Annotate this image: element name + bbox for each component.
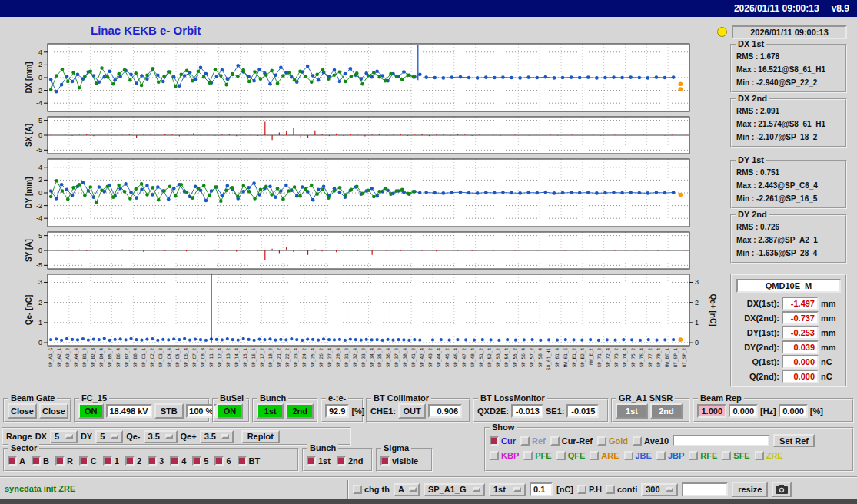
bunch-2nd-button[interactable]: 2nd [286,403,314,419]
show-option-cur-ref[interactable]: Cur-Ref [550,436,593,446]
checkbox[interactable] [606,485,615,494]
checkbox[interactable] [380,456,390,466]
checkbox[interactable] [79,456,88,466]
conti-label: conti [617,485,637,494]
checkbox[interactable] [125,456,135,466]
checkbox[interactable] [556,451,566,460]
checkbox[interactable] [520,436,530,446]
beam-gate-close-button-1[interactable]: Close [8,403,37,419]
checkbox[interactable] [103,456,112,466]
bpm-label: SP_B8_4 [132,348,138,367]
bunch-number-select[interactable]: 1st [489,483,526,496]
checkbox[interactable] [148,456,157,466]
checkbox[interactable] [755,451,764,460]
bunch-1st-button[interactable]: 1st [257,403,284,419]
ref-name-input[interactable] [673,435,769,446]
checkbox[interactable] [337,456,346,466]
show-option-gold[interactable]: Gold [597,436,628,446]
dy-range-select[interactable]: 5 [95,430,123,443]
dx-range-select[interactable]: 5 [50,430,78,443]
busel-on-button[interactable]: ON [217,403,243,419]
checkbox[interactable] [238,456,247,466]
checkbox[interactable] [633,436,642,446]
ph-checkbox[interactable]: P.H [577,485,602,494]
show-option-ave10[interactable]: Ave10 [633,436,669,446]
sector-option-1[interactable]: 1 [103,456,119,466]
checkbox[interactable] [722,451,731,460]
screenshot-button[interactable] [772,482,792,497]
beam-gate-close-button-2[interactable]: Close [39,403,68,419]
show-option-rfe[interactable]: RFE [689,451,717,460]
set-ref-button[interactable]: Set Ref [773,434,815,447]
show-option-kbp[interactable]: KBP [490,451,519,460]
snsr-2nd-button[interactable]: 2nd [650,403,683,419]
checkbox[interactable] [689,451,698,460]
resize-button[interactable]: resize [732,482,768,497]
show-option-jbp[interactable]: JBP [656,451,684,460]
bunch-buttons-label: Bunch [257,393,288,403]
sector-option-r[interactable]: R [55,456,73,466]
checkbox[interactable] [490,451,499,460]
sector-option-2[interactable]: 2 [125,456,141,466]
checkbox[interactable] [490,436,499,446]
sector-option-6[interactable]: 6 [214,456,231,466]
repeat-count-select[interactable]: 300 [641,483,678,496]
show-option-are[interactable]: ARE [590,451,619,460]
checkbox-label: 6 [226,456,231,466]
checkbox[interactable] [577,485,586,494]
checkbox[interactable] [192,456,201,466]
checkbox[interactable] [55,456,65,466]
checkbox[interactable] [523,451,533,460]
sector-option-c[interactable]: C [79,456,97,466]
fc15-stb-button[interactable]: STB [154,403,184,419]
bunch-buttons-group: Bunch 1st 2nd [252,398,318,423]
checkbox-label: Ref [532,436,546,446]
checkbox[interactable] [597,436,606,446]
checkbox[interactable] [307,456,316,466]
svg-text:5: 5 [38,117,42,124]
show-option-cur[interactable]: Cur [490,436,516,446]
show-option-jbe[interactable]: JBE [624,451,652,460]
se1-label: SE1: [546,406,564,416]
checkbox[interactable] [590,451,599,460]
bunch-option-1st[interactable]: 1st [307,456,331,466]
fc15-on-button[interactable]: ON [78,403,104,419]
sector-option-bt[interactable]: BT [238,456,261,466]
charge-ratio-label: e-:e- [326,393,348,403]
sector-option-3[interactable]: 3 [148,456,164,466]
sector-option-a[interactable]: A [8,456,25,466]
snsr-1st-button[interactable]: 1st [616,403,648,419]
busel-group: BuSel ON [212,398,250,423]
checkbox[interactable] [624,451,633,460]
show-option-qfe[interactable]: QFE [556,451,586,460]
show-option-zre[interactable]: ZRE [755,451,783,460]
sector-a-select[interactable]: A [394,483,420,496]
conti-checkbox[interactable]: conti [606,485,637,494]
range-qep-label: Qe+ [181,432,197,441]
checkbox[interactable] [214,456,224,466]
bunch-option-2nd[interactable]: 2nd [337,456,364,466]
che1-out-button[interactable]: OUT [398,403,426,419]
show-option-pfe[interactable]: PFE [523,451,551,460]
qe-range-select[interactable]: 3.5 [144,430,178,443]
sigma-option-visible[interactable]: visible [380,456,418,466]
checkbox[interactable] [32,456,41,466]
bpm-label: SP_72_4 [605,348,611,367]
checkbox[interactable] [170,456,179,466]
bpm-label: SP_38_4 [402,348,408,367]
checkbox[interactable] [8,456,17,466]
checkbox[interactable] [656,451,666,460]
free-text-input[interactable] [682,482,728,496]
replot-button[interactable]: Replot [241,430,280,443]
show-option-sfe[interactable]: SFE [722,451,749,460]
checkbox[interactable] [550,436,560,446]
sector-option-b[interactable]: B [32,456,49,466]
show-option-ref[interactable]: Ref [520,436,546,446]
sector-option-5[interactable]: 5 [192,456,208,466]
checkbox[interactable] [353,485,362,494]
bpm-select[interactable]: SP_A1_G [424,483,485,496]
sector-option-4[interactable]: 4 [170,456,186,466]
qep-range-select[interactable]: 3.5 [200,430,234,443]
chg-th-checkbox[interactable]: chg th [353,485,390,494]
threshold-input[interactable] [530,482,553,496]
